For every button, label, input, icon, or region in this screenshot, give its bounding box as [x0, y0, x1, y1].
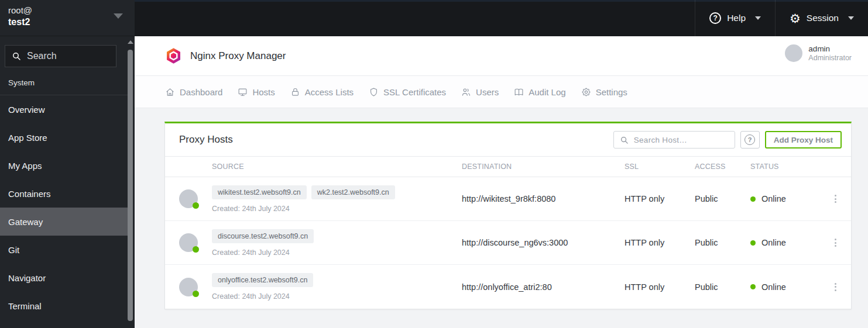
tab-users[interactable]: Users: [461, 87, 499, 97]
status-badge: Online: [761, 282, 786, 292]
user-name: admin: [808, 44, 852, 53]
tab-settings[interactable]: Settings: [581, 87, 627, 97]
sidebar-item-my-apps[interactable]: My Apps: [0, 151, 128, 179]
source-domain-chip: wk2.test2.websoft9.cn: [311, 185, 395, 199]
user-menu[interactable]: admin Administrator: [785, 44, 852, 62]
tab-label: SSL Certificates: [383, 87, 446, 97]
sidebar-item-gateway[interactable]: Gateway: [0, 208, 128, 236]
sidebar-item-app-store[interactable]: App Store: [0, 123, 128, 151]
access-cell: Public: [695, 238, 750, 247]
sidebar-item-containers[interactable]: Containers: [0, 179, 128, 208]
status-badge: Online: [761, 238, 786, 247]
row-menu-kebab-icon[interactable]: [832, 236, 839, 249]
destination-cell: http://wikitest_9r8kf:8080: [462, 194, 625, 203]
proxy-hosts-panel: Proxy Hosts ? Add Proxy Host SOURCEDESTI…: [164, 122, 852, 309]
shield-icon: [369, 87, 379, 97]
created-date: Created: 24th July 2024: [212, 248, 462, 257]
proxy-host-row[interactable]: wikitest.test2.websoft9.cnwk2.test2.webs…: [165, 177, 851, 221]
tab-dashboard[interactable]: Dashboard: [165, 87, 222, 97]
app-nav-tabs: DashboardHostsAccess ListsSSL Certificat…: [135, 76, 868, 108]
source-domain-chip: onlyoffice.test2.websoft9.cn: [212, 273, 313, 287]
access-cell: Public: [695, 194, 750, 203]
tab-hosts[interactable]: Hosts: [238, 87, 275, 97]
source-cell: wikitest.test2.websoft9.cnwk2.test2.webs…: [212, 185, 462, 213]
sidebar-item-overview[interactable]: Overview: [0, 95, 128, 123]
sidebar-scrollbar[interactable]: [127, 37, 133, 328]
host-avatar: [179, 233, 198, 252]
tab-label: Audit Log: [529, 87, 565, 97]
ssl-cell: HTTP only: [625, 194, 695, 203]
column-header-source: SOURCE: [212, 163, 462, 171]
gear-icon: ⚙: [790, 12, 801, 25]
sidebar: root@ test2 System OverviewApp StoreMy A…: [0, 0, 135, 328]
status-cell: Online: [750, 194, 820, 203]
help-circle-icon: ?: [745, 134, 755, 145]
online-dot-icon: [193, 246, 199, 253]
destination-cell: http://discourse_ng6vs:3000: [462, 238, 625, 247]
book-icon: [514, 87, 524, 97]
gear-icon: [581, 87, 591, 97]
sidebar-search-box: [5, 45, 116, 67]
status-dot-icon: [750, 240, 756, 246]
source-domain-chip: discourse.test2.websoft9.cn: [212, 229, 314, 243]
created-date: Created: 24th July 2024: [212, 292, 462, 301]
source-cell: onlyoffice.test2.websoft9.cnCreated: 24t…: [212, 273, 462, 301]
destination-cell: http://onlyoffice_atri2:80: [462, 282, 625, 292]
table-header-row: SOURCEDESTINATIONSSLACCESSSTATUS: [165, 156, 851, 177]
row-menu-kebab-icon[interactable]: [832, 281, 839, 294]
main-area: Nginx Proxy Manager admin Administrator …: [135, 36, 868, 328]
host-search-input[interactable]: [634, 136, 729, 144]
tab-ssl-certificates[interactable]: SSL Certificates: [369, 87, 446, 97]
help-circle-icon: ?: [709, 12, 721, 24]
sidebar-item-navigator[interactable]: Navigator: [0, 264, 128, 292]
sidebar-user-name: test2: [8, 17, 126, 27]
tab-label: Settings: [596, 87, 627, 97]
users-icon: [461, 87, 471, 97]
proxy-host-row[interactable]: discourse.test2.websoft9.cnCreated: 24th…: [165, 221, 851, 265]
sidebar-search-input[interactable]: [27, 51, 109, 61]
lock-icon: [290, 87, 300, 97]
column-header-ssl: SSL: [625, 163, 695, 171]
avatar: [785, 44, 802, 62]
app-brand[interactable]: Nginx Proxy Manager: [165, 47, 286, 64]
help-menu-button[interactable]: ? Help: [695, 0, 775, 36]
sidebar-item-terminal[interactable]: Terminal: [0, 292, 128, 320]
sidebar-items: OverviewApp StoreMy AppsContainersGatewa…: [0, 95, 128, 320]
sidebar-item-git[interactable]: Git: [0, 236, 128, 264]
status-cell: Online: [750, 282, 820, 292]
row-menu-kebab-icon[interactable]: [832, 192, 839, 205]
ssl-cell: HTTP only: [625, 238, 695, 247]
session-menu-button[interactable]: ⚙ Session: [775, 0, 868, 36]
status-dot-icon: [750, 196, 756, 202]
table-help-button[interactable]: ?: [740, 131, 760, 149]
status-dot-icon: [750, 284, 756, 289]
proxy-host-row[interactable]: onlyoffice.test2.websoft9.cnCreated: 24t…: [165, 265, 851, 309]
host-search-box: [613, 131, 735, 149]
access-cell: Public: [695, 282, 750, 292]
app-header: Nginx Proxy Manager admin Administrator: [135, 36, 868, 76]
sidebar-user-menu[interactable]: root@ test2: [0, 0, 135, 36]
content-area: Proxy Hosts ? Add Proxy Host SOURCEDESTI…: [135, 108, 868, 309]
chevron-down-icon: [848, 16, 854, 20]
online-dot-icon: [193, 202, 199, 209]
tab-audit-log[interactable]: Audit Log: [514, 87, 565, 97]
tab-label: Hosts: [252, 87, 275, 97]
add-proxy-host-button[interactable]: Add Proxy Host: [765, 131, 842, 149]
column-header-access: ACCESS: [695, 163, 750, 171]
search-icon: [620, 136, 629, 144]
help-menu-label: Help: [727, 13, 746, 23]
monitor-icon: [238, 87, 248, 97]
chevron-down-icon: [755, 16, 761, 20]
tab-label: Dashboard: [180, 87, 222, 97]
column-header-status: STATUS: [750, 163, 820, 171]
page-title: Proxy Hosts: [179, 134, 233, 146]
status-badge: Online: [761, 194, 786, 203]
created-date: Created: 24th July 2024: [212, 205, 462, 213]
app-title: Nginx Proxy Manager: [190, 50, 286, 62]
host-avatar: [179, 189, 198, 208]
tab-access-lists[interactable]: Access Lists: [290, 87, 354, 97]
source-cell: discourse.test2.websoft9.cnCreated: 24th…: [212, 229, 462, 257]
scrollbar-thumb[interactable]: [128, 50, 133, 321]
source-domain-chip: wikitest.test2.websoft9.cn: [212, 185, 307, 199]
scroll-up-arrow-icon[interactable]: [128, 40, 133, 44]
